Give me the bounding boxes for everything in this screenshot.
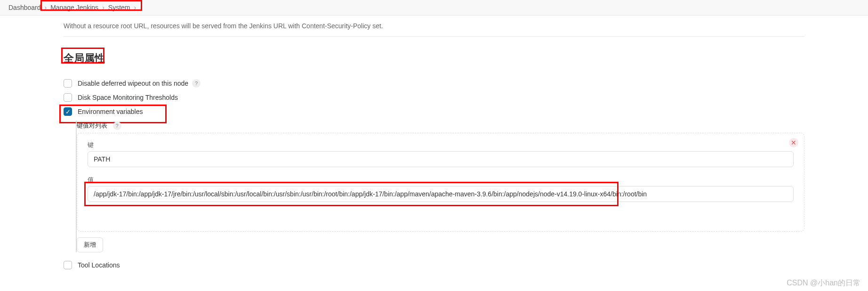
checkbox-env-variables[interactable] bbox=[64, 107, 72, 116]
checkbox-deferred-wipeout[interactable] bbox=[64, 79, 72, 88]
breadcrumb-manage-jenkins[interactable]: Manage Jenkins bbox=[48, 3, 101, 12]
kv-list-label: 键值对列表 bbox=[77, 122, 107, 129]
chevron-right-icon: › bbox=[134, 4, 136, 11]
close-icon: ✕ bbox=[791, 139, 796, 146]
divider bbox=[64, 36, 804, 37]
value-input[interactable] bbox=[88, 186, 794, 202]
key-input[interactable] bbox=[88, 151, 794, 167]
checkbox-label: Tool Locations bbox=[78, 261, 120, 269]
key-label: 键 bbox=[88, 141, 794, 149]
chevron-right-icon: › bbox=[102, 4, 104, 11]
resource-url-help-text: Without a resource root URL, resources w… bbox=[64, 16, 804, 36]
checkbox-disk-space[interactable] bbox=[64, 93, 72, 102]
value-label: 值 bbox=[88, 176, 794, 184]
chevron-right-icon: › bbox=[45, 4, 47, 11]
checkbox-label: Disk Space Monitoring Thresholds bbox=[78, 94, 178, 101]
add-button[interactable]: 新增 bbox=[77, 237, 103, 252]
breadcrumb-system[interactable]: System bbox=[105, 3, 133, 12]
checkbox-label: Environment variables bbox=[78, 108, 143, 115]
checkbox-tool-locations[interactable] bbox=[64, 261, 72, 269]
section-title-global-props: 全局属性 bbox=[64, 50, 109, 67]
help-icon[interactable]: ? bbox=[113, 121, 121, 130]
kv-panel: ✕ 键 值 bbox=[77, 133, 804, 232]
help-icon[interactable]: ? bbox=[192, 79, 201, 88]
remove-button[interactable]: ✕ bbox=[789, 138, 798, 147]
breadcrumb-dashboard[interactable]: Dashboard bbox=[6, 3, 44, 12]
checkbox-label: Disable deferred wipeout on this node bbox=[78, 80, 188, 87]
breadcrumb: Dashboard › Manage Jenkins › System › bbox=[0, 0, 868, 16]
